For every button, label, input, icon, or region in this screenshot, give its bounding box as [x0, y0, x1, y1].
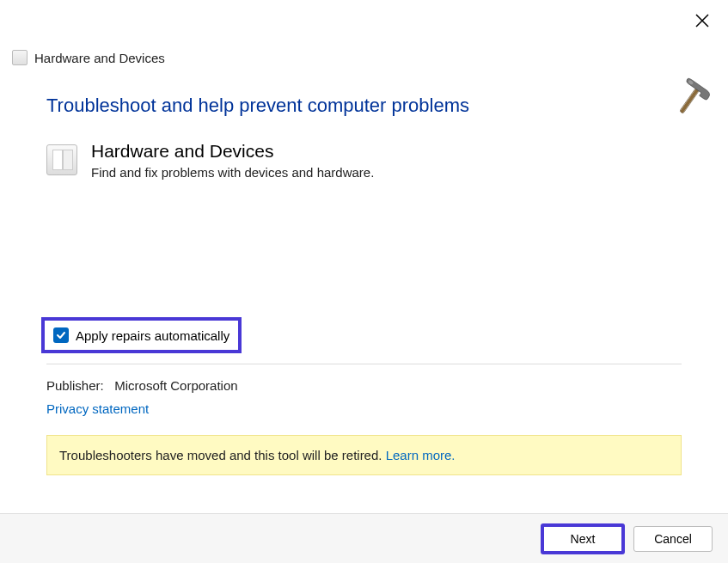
- publisher-value: Microsoft Corporation: [114, 378, 237, 393]
- close-button[interactable]: [692, 10, 713, 31]
- svg-rect-0: [680, 88, 700, 113]
- troubleshooter-icon: [12, 50, 28, 65]
- learn-more-link[interactable]: Learn more.: [386, 448, 456, 462]
- page-heading: Troubleshoot and help prevent computer p…: [46, 95, 682, 117]
- close-icon: [695, 14, 709, 28]
- cancel-button[interactable]: Cancel: [633, 526, 713, 552]
- notice-text: Troubleshooters have moved and this tool…: [59, 448, 386, 462]
- checkmark-icon: [56, 330, 66, 340]
- dialog-footer: Next Cancel: [0, 513, 728, 563]
- window-title: Hardware and Devices: [34, 51, 165, 65]
- publisher-label: Publisher:: [46, 378, 104, 393]
- apply-repairs-checkbox[interactable]: [53, 327, 69, 343]
- hammer-icon: [668, 77, 713, 125]
- troubleshooter-title: Hardware and Devices: [91, 141, 374, 162]
- divider: [46, 364, 682, 364]
- publisher-row: Publisher: Microsoft Corporation: [46, 378, 682, 393]
- retirement-notice: Troubleshooters have moved and this tool…: [46, 435, 682, 475]
- apply-repairs-label: Apply repairs automatically: [76, 328, 229, 343]
- privacy-statement-link[interactable]: Privacy statement: [46, 401, 682, 416]
- window-header: Hardware and Devices: [0, 0, 728, 65]
- apply-repairs-option[interactable]: Apply repairs automatically: [41, 317, 242, 353]
- next-button[interactable]: Next: [541, 523, 625, 554]
- troubleshooter-item: Hardware and Devices Find and fix proble…: [46, 141, 682, 180]
- troubleshooter-description: Find and fix problems with devices and h…: [91, 165, 374, 180]
- hardware-devices-icon: [46, 144, 77, 175]
